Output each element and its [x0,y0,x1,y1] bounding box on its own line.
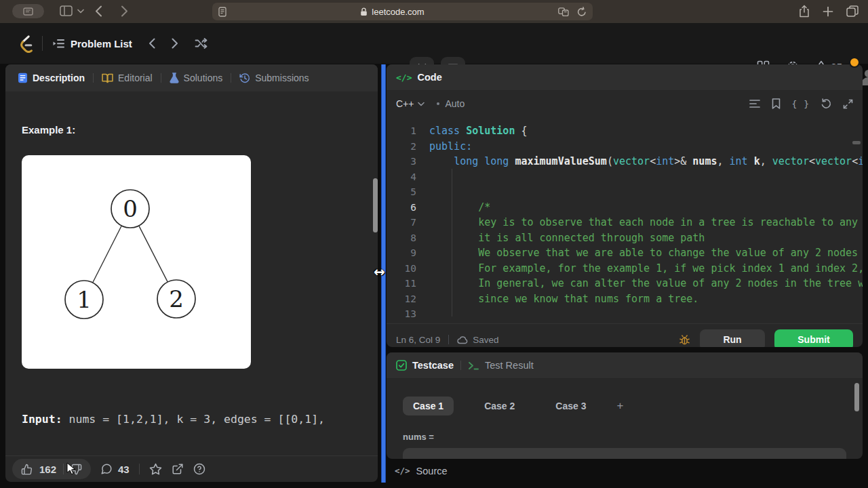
line-number: 9 [387,247,416,258]
tab-description[interactable]: Description [16,70,86,86]
code-line: 5 [387,184,863,200]
testcase-scrollbar[interactable] [854,383,859,411]
tree-node-0-label: 0 [123,195,138,222]
translate-icon[interactable] [558,7,569,16]
line-number: 10 [387,263,416,274]
source-label[interactable]: Source [416,466,448,476]
line-number: 8 [387,232,416,243]
code-line: 13 [387,306,863,322]
tab-overview-icon[interactable] [846,5,859,17]
code-lines: 1class Solution {2public:3 long long max… [387,123,863,322]
submit-button[interactable]: Submit [774,329,853,348]
share-problem-icon[interactable] [172,463,184,475]
browser-forward-button[interactable] [121,5,128,17]
problem-list-label[interactable]: Problem List [71,38,132,49]
comment-bubble-icon [100,463,113,475]
address-bar[interactable]: leetcode.com [212,3,593,20]
tab-editorial[interactable]: Editorial [100,70,154,86]
line-number: 6 [387,202,416,213]
code-line: 9 We observe that we are able to change … [387,245,863,261]
share-icon[interactable] [799,5,810,18]
case-1-tab[interactable]: Case 1 [403,396,454,415]
nums-field-label: nums = [403,432,863,442]
run-button[interactable]: Run [700,329,765,348]
testcase-header: Testcase Test Result [387,352,863,379]
window-icon [23,7,33,16]
code-text: long long maximumValueSum(vector<int>& n… [429,155,863,167]
thumbs-up-icon[interactable] [21,464,33,475]
saved-status: Saved [457,335,498,345]
lock-icon [360,7,368,16]
nums-input[interactable] [403,448,846,459]
tab-testcase[interactable]: Testcase [396,360,454,371]
code-line: 11 In general, we can alter the value of… [387,276,863,291]
page-root: leetcode.com Problem List [0,0,868,488]
debug-bug-icon[interactable] [679,334,690,346]
code-text: We observe that we are able to change th… [429,247,863,259]
saved-label: Saved [473,335,498,345]
code-text: class Solution { [429,125,528,137]
fullscreen-icon[interactable] [843,99,853,109]
cursor-position: Ln 6, Col 9 [396,335,440,345]
url-text: leetcode.com [372,7,424,17]
line-number: 11 [387,278,416,289]
language-chevron-down-icon [418,102,425,106]
reset-code-icon[interactable] [821,98,831,109]
code-line: 4 [387,169,863,185]
code-text: public: [429,140,472,152]
window-controls-pill[interactable] [12,4,44,18]
resize-cursor: ↔ [374,264,385,280]
code-statusbar: Ln 6, Col 9 Saved Run Submit [387,323,863,347]
testcase-panel: Testcase Test Result Case 1 Case 2 Case … [387,352,863,459]
vote-pill: 162 [12,459,91,479]
sidebar-toggle-icon[interactable] [60,5,73,16]
status-separator [448,335,449,344]
tab-test-result[interactable]: Test Result [468,360,534,371]
example-io-block: Input: nums = [1,2,1], k = 3, edges = [[… [22,382,361,455]
tab-solutions[interactable]: Solutions [168,70,224,86]
comments-button[interactable]: 43 [100,463,130,475]
tab-submissions-label: Submissions [255,73,309,83]
solutions-flask-icon [170,73,179,83]
case-3-tab[interactable]: Case 3 [545,396,596,415]
cloud-icon [457,336,469,344]
tab-separator [161,73,161,83]
line-number: 2 [387,141,416,152]
auto-mode[interactable]: Auto [437,98,465,109]
tab-editorial-label: Editorial [118,73,153,83]
language-selector[interactable]: C++ [396,98,425,109]
prev-problem-icon[interactable] [149,38,155,49]
help-icon[interactable] [193,463,205,475]
leetcode-logo[interactable] [18,34,34,53]
code-editor[interactable]: 1class Solution {2public:3 long long max… [387,117,863,323]
tab-testcase-label: Testcase [412,360,454,371]
editor-scrollbar[interactable] [852,141,861,144]
code-panel-title: Code [417,72,441,83]
code-text: In general, we can alter the value of an… [429,277,863,289]
submissions-history-icon [239,73,250,83]
bookmark-icon[interactable] [772,98,781,109]
code-line: 12 since we know that nums form a tree. [387,291,863,307]
random-problem-icon[interactable] [195,38,208,49]
format-code-icon[interactable] [749,99,760,108]
add-case-button[interactable]: + [616,399,623,413]
tab-submissions[interactable]: Submissions [238,70,310,86]
code-text: /* [429,201,490,214]
next-problem-icon[interactable] [172,38,178,49]
line-number: 4 [387,171,416,182]
code-line: 1class Solution { [387,123,863,139]
code-line: 7 key is to observe that each node in a … [387,215,863,230]
reload-icon[interactable] [577,7,587,17]
problem-list-nav[interactable]: Problem List [52,38,132,49]
description-content: Example 1: 0 1 2 Input: nums = [1,2,1], … [5,92,378,455]
browser-toolbar: leetcode.com [0,0,868,24]
star-icon[interactable] [149,463,162,476]
description-scrollbar[interactable] [373,178,378,232]
line-number: 7 [387,217,416,228]
case-2-tab[interactable]: Case 2 [474,396,525,415]
browser-back-button[interactable] [95,5,102,17]
braces-icon[interactable]: { } [792,99,810,109]
sidebar-chevron-down-icon[interactable] [77,9,84,14]
page-settings-icon[interactable] [218,7,226,17]
new-tab-icon[interactable] [823,6,833,17]
